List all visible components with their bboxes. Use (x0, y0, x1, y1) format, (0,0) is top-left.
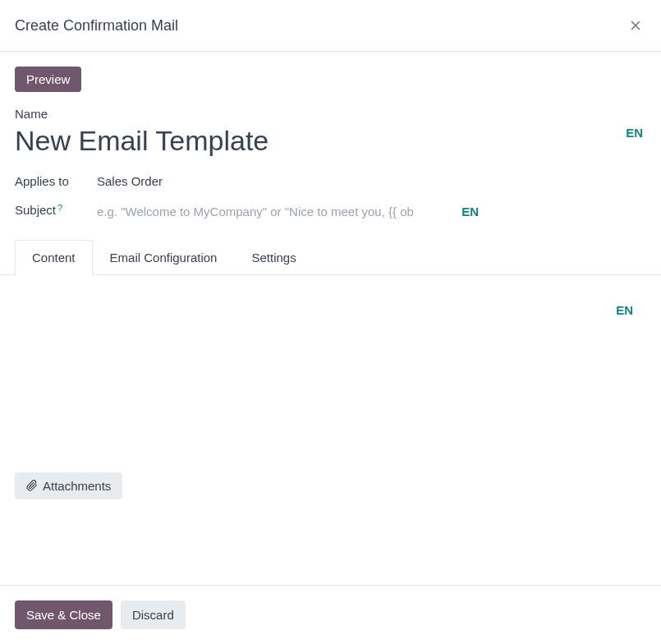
save-and-close-button[interactable]: Save & Close (15, 600, 112, 629)
close-button[interactable] (625, 15, 646, 36)
template-name-input[interactable]: New Email Template (15, 124, 269, 158)
tab-settings[interactable]: Settings (234, 240, 313, 274)
tab-content[interactable]: Content (15, 240, 93, 275)
paperclip-icon (26, 480, 38, 491)
attachments-label: Attachments (43, 479, 111, 493)
preview-button[interactable]: Preview (15, 67, 81, 92)
attachments-button[interactable]: Attachments (15, 472, 122, 499)
subject-lang-badge[interactable]: EN (458, 203, 482, 220)
close-icon (628, 18, 643, 33)
name-label: Name (15, 107, 646, 121)
content-area[interactable]: EN (15, 275, 646, 472)
applies-to-label: Applies to (15, 174, 74, 188)
modal-footer: Save & Close Discard (0, 585, 661, 644)
modal-body: Preview Name New Email Template EN Appli… (0, 52, 661, 514)
modal-header: Create Confirmation Mail (0, 0, 661, 52)
discard-button[interactable]: Discard (121, 600, 186, 629)
applies-to-field: Applies to Sales Order (15, 174, 646, 188)
subject-label: Subject (15, 203, 56, 217)
subject-input[interactable] (97, 205, 466, 218)
content-lang-badge[interactable]: EN (613, 301, 636, 319)
modal-title: Create Confirmation Mail (15, 17, 178, 34)
name-lang-badge[interactable]: EN (622, 124, 646, 141)
subject-help-icon[interactable]: ? (57, 203, 62, 213)
applies-to-value[interactable]: Sales Order (97, 174, 163, 188)
tab-email-configuration[interactable]: Email Configuration (93, 240, 235, 274)
tabs: Content Email Configuration Settings (0, 240, 661, 275)
subject-field: Subject ? EN (15, 203, 646, 220)
name-field: Name New Email Template EN (15, 107, 646, 158)
